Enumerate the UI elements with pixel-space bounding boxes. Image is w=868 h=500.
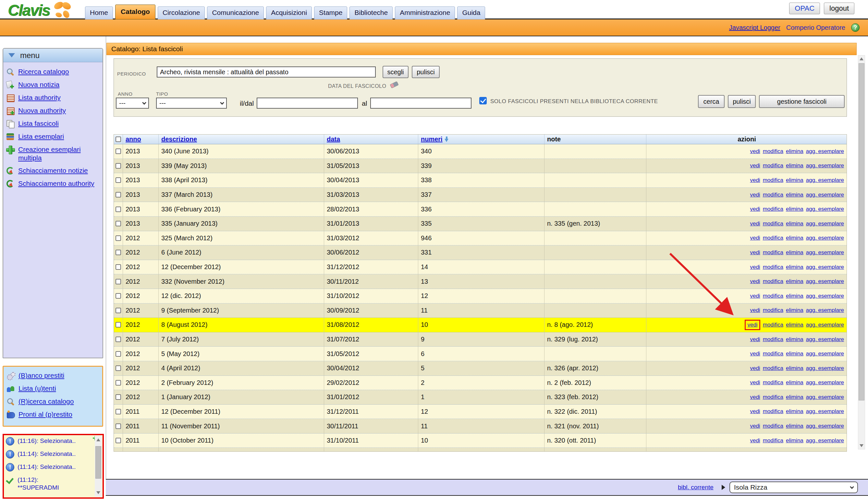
row-checkbox[interactable]: [115, 293, 121, 299]
elimina-link[interactable]: elimina: [786, 394, 803, 400]
status-message[interactable]: (11:14): Selezionata..: [6, 450, 90, 458]
elimina-link[interactable]: elimina: [786, 264, 803, 270]
vedi-link[interactable]: vedi: [750, 438, 760, 444]
elimina-link[interactable]: elimina: [786, 293, 803, 299]
row-checkbox[interactable]: [115, 423, 121, 429]
vedi-link[interactable]: vedi: [750, 177, 760, 183]
row-checkbox[interactable]: [115, 221, 121, 226]
menu-item-link[interactable]: Nuova notizia: [18, 80, 59, 89]
scegli-button[interactable]: scegli: [382, 66, 409, 78]
row-checkbox[interactable]: [115, 148, 121, 154]
sort-data-link[interactable]: data: [327, 136, 340, 143]
vedi-link[interactable]: vedi: [750, 249, 760, 256]
shortcut-link[interactable]: Lista (u)tenti: [19, 384, 56, 393]
javascript-logger-link[interactable]: Javascript Logger: [729, 24, 780, 32]
modifica-link[interactable]: modifica: [763, 408, 783, 415]
modifica-link[interactable]: modifica: [763, 423, 783, 429]
vedi-link[interactable]: vedi: [750, 206, 760, 212]
menu-item-link[interactable]: Schiacciamento authority: [18, 179, 94, 188]
shortcut-item[interactable]: Lista (u)tenti: [6, 384, 100, 393]
row-checkbox[interactable]: [115, 279, 121, 284]
agg-esemplare-link[interactable]: agg. esemplare: [806, 336, 844, 343]
modifica-link[interactable]: modifica: [763, 293, 783, 299]
elimina-link[interactable]: elimina: [786, 249, 803, 256]
modifica-link[interactable]: modifica: [763, 438, 783, 444]
row-checkbox[interactable]: [115, 409, 121, 414]
modifica-link[interactable]: modifica: [763, 148, 783, 155]
pulisci-periodico-button[interactable]: pulisci: [412, 66, 440, 78]
sidebar-item[interactable]: Schiacciamento authority: [6, 179, 100, 188]
menu-header[interactable]: menu: [3, 49, 102, 62]
sort-numeri-link[interactable]: numeri: [421, 136, 443, 143]
sort-anno-link[interactable]: anno: [125, 136, 141, 143]
sidebar-item[interactable]: Creazione esemplari multipla: [6, 145, 100, 162]
scroll-down-icon[interactable]: [96, 491, 100, 494]
modifica-link[interactable]: modifica: [763, 249, 783, 256]
status-message[interactable]: (11:12): **SUPERADMI: [6, 476, 90, 491]
row-checkbox[interactable]: [115, 394, 121, 400]
agg-esemplare-link[interactable]: agg. esemplare: [806, 379, 844, 386]
vedi-link[interactable]: vedi: [750, 307, 760, 314]
vedi-link[interactable]: vedi: [750, 423, 760, 429]
agg-esemplare-link[interactable]: agg. esemplare: [806, 162, 844, 169]
agg-esemplare-link[interactable]: agg. esemplare: [806, 148, 844, 155]
vedi-link[interactable]: vedi: [750, 278, 760, 285]
sort-descrizione-link[interactable]: descrizione: [161, 136, 197, 143]
vedi-link[interactable]: vedi: [750, 379, 760, 386]
menu-item-link[interactable]: Nuova authority: [18, 106, 66, 115]
bibl-corrente-link[interactable]: bibl. corrente: [678, 484, 714, 491]
sidebar-item[interactable]: Lista authority: [6, 93, 100, 102]
row-checkbox[interactable]: [115, 206, 121, 212]
nav-tab[interactable]: Home: [85, 7, 113, 20]
shortcut-item[interactable]: (B)anco prestiti: [6, 371, 100, 380]
solo-fascicoli-checkbox[interactable]: [479, 97, 487, 104]
row-checkbox[interactable]: [115, 380, 121, 386]
content-scrollbar[interactable]: [858, 55, 865, 450]
agg-esemplare-link[interactable]: agg. esemplare: [806, 438, 844, 444]
vedi-link[interactable]: vedi: [750, 220, 760, 227]
agg-esemplare-link[interactable]: agg. esemplare: [806, 423, 844, 429]
elimina-link[interactable]: elimina: [786, 278, 803, 285]
pulisci-button[interactable]: pulisci: [728, 95, 756, 108]
elimina-link[interactable]: elimina: [786, 365, 803, 372]
shortcut-item[interactable]: Pronti al (p)restito: [6, 410, 100, 419]
status-message[interactable]: (11:14): Selezionata..: [6, 463, 90, 471]
elimina-link[interactable]: elimina: [786, 438, 803, 444]
scrollbar-thumb[interactable]: [859, 63, 865, 400]
vedi-link[interactable]: vedi: [750, 235, 760, 241]
modifica-link[interactable]: modifica: [763, 336, 783, 343]
elimina-link[interactable]: elimina: [786, 235, 803, 241]
sidebar-item[interactable]: Nuova authority: [6, 106, 100, 115]
messages-scrollbar[interactable]: [95, 436, 102, 497]
elimina-link[interactable]: elimina: [786, 220, 803, 227]
scroll-up-icon[interactable]: [859, 57, 864, 60]
agg-esemplare-link[interactable]: agg. esemplare: [806, 220, 844, 227]
elimina-link[interactable]: elimina: [786, 351, 803, 357]
agg-esemplare-link[interactable]: agg. esemplare: [806, 322, 844, 328]
agg-esemplare-link[interactable]: agg. esemplare: [806, 351, 844, 357]
row-checkbox[interactable]: [115, 250, 121, 255]
row-checkbox[interactable]: [115, 308, 121, 313]
vedi-link[interactable]: vedi: [750, 351, 760, 357]
row-checkbox[interactable]: [115, 438, 121, 443]
elimina-link[interactable]: elimina: [786, 177, 803, 183]
vedi-link[interactable]: vedi: [750, 365, 760, 372]
row-checkbox[interactable]: [115, 177, 121, 183]
row-checkbox[interactable]: [115, 163, 121, 169]
vedi-link[interactable]: vedi: [750, 264, 760, 270]
agg-esemplare-link[interactable]: agg. esemplare: [806, 408, 844, 415]
nav-tab[interactable]: Comunicazione: [207, 7, 264, 20]
modifica-link[interactable]: modifica: [763, 278, 783, 285]
opac-button[interactable]: OPAC: [789, 3, 820, 14]
menu-item-link[interactable]: Schiacciamento notizie: [18, 166, 88, 175]
modifica-link[interactable]: modifica: [763, 307, 783, 314]
agg-esemplare-link[interactable]: agg. esemplare: [806, 264, 844, 270]
shortcut-link[interactable]: (R)icerca catalogo: [19, 397, 74, 406]
nav-tab[interactable]: Biblioteche: [349, 7, 393, 20]
vedi-link[interactable]: vedi: [750, 148, 760, 155]
logout-button[interactable]: logout: [824, 3, 854, 14]
agg-esemplare-link[interactable]: agg. esemplare: [806, 278, 844, 285]
tipo-select[interactable]: ---: [156, 98, 227, 109]
vedi-link[interactable]: vedi: [747, 322, 757, 328]
elimina-link[interactable]: elimina: [786, 206, 803, 212]
